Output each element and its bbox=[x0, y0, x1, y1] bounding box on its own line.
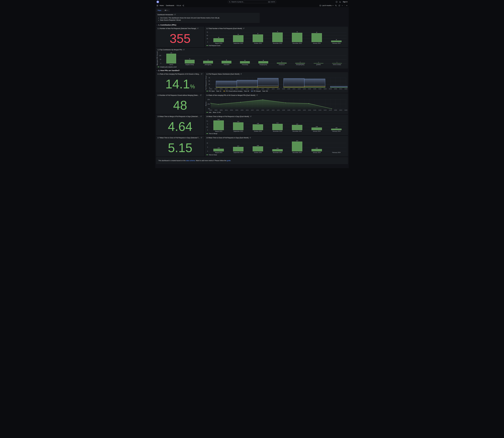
chart-legend[interactable]: Pull Request Count bbox=[205, 44, 348, 47]
breadcrumb-dashboards[interactable]: Dashboards bbox=[166, 5, 174, 6]
bar-chart-close-time[interactable]: 05102.99August 20235.27September 20235.9… bbox=[205, 139, 348, 154]
time-range-picker[interactable]: Last 6 months bbox=[319, 5, 333, 6]
sign-in-link[interactable]: Sign in bbox=[343, 1, 347, 3]
svg-text:75: 75 bbox=[209, 77, 210, 78]
legend-item[interactable]: PR: Closed without mergingTotal: 48 bbox=[223, 90, 249, 92]
svg-text:7.5: 7.5 bbox=[206, 120, 208, 122]
chart-legend[interactable]: Time to Merge bbox=[205, 132, 348, 135]
panel-title: 2.5 Mean Time to Merge of Pull Requests … bbox=[158, 116, 199, 117]
area-chart-nonmerge-ratio[interactable]: 0%10%20%Ratio08/2208/2909/0509/1209/1909… bbox=[205, 97, 348, 111]
share-dashboard-button[interactable] bbox=[182, 5, 184, 6]
guide-link[interactable]: guide bbox=[227, 160, 231, 162]
legend-item[interactable]: Pull Request Count bbox=[206, 45, 220, 46]
svg-text:01/30: 01/30 bbox=[329, 88, 332, 89]
external-link-icon[interactable] bbox=[243, 27, 245, 30]
panel-title: 2.8 Mean Time to Close of Pull Requests … bbox=[206, 137, 248, 139]
chart-legend[interactable]: Time to Close bbox=[205, 154, 348, 156]
external-link-icon[interactable] bbox=[197, 27, 199, 30]
svg-text:September 2023: September 2023 bbox=[234, 131, 243, 132]
legend-item[interactable]: merged_pull_request_count bbox=[158, 66, 177, 68]
svg-text:2.99: 2.99 bbox=[218, 147, 220, 149]
svg-text:liangjingyang: liangjingyang bbox=[259, 64, 267, 65]
help-button[interactable]: ? bbox=[336, 1, 338, 3]
svg-text:44: 44 bbox=[189, 58, 190, 59]
svg-text:01/16: 01/16 bbox=[319, 110, 321, 111]
svg-text:10: 10 bbox=[336, 39, 337, 40]
legend-item[interactable]: PR: MergedTotal: 292 bbox=[251, 90, 268, 92]
legend-item[interactable]: PR: OpenTotal: 15 bbox=[206, 90, 221, 92]
panel-1-3-top-contributors: 1.3 Top Contributors By Merged PRs 05010… bbox=[156, 48, 348, 68]
refresh-button[interactable] bbox=[338, 5, 340, 7]
svg-text:08/22: 08/22 bbox=[209, 88, 212, 89]
variable-filters: Repo All bbox=[156, 9, 348, 12]
chevron-down-icon bbox=[342, 5, 343, 6]
merico-logo-icon[interactable] bbox=[157, 1, 159, 3]
svg-text:January 2024: January 2024 bbox=[313, 152, 321, 153]
svg-text:0: 0 bbox=[161, 63, 161, 64]
bar-chart-top-contributors[interactable]: 050100Merged PR Count123narro244lianghui… bbox=[156, 51, 348, 66]
external-link-icon[interactable] bbox=[240, 73, 242, 75]
svg-text:25: 25 bbox=[209, 84, 210, 85]
share-icon bbox=[182, 5, 184, 6]
chart-legend[interactable]: PR: OpenTotal: 15PR: Closed without merg… bbox=[205, 90, 348, 92]
legend-item[interactable]: Time to Close bbox=[206, 154, 217, 155]
svg-text:02/13: 02/13 bbox=[339, 88, 342, 89]
bar-chart-merge-time[interactable]: 02.557.58.01August 20236.37September 202… bbox=[205, 118, 348, 132]
svg-text:January 2024: January 2024 bbox=[313, 131, 321, 132]
external-link-icon[interactable] bbox=[250, 115, 251, 118]
intro-bullet: Use Cases: This dashboard shows the basi… bbox=[160, 17, 259, 19]
external-link-icon[interactable] bbox=[201, 137, 202, 139]
chevron-up-icon bbox=[346, 5, 347, 6]
repo-variable-dropdown[interactable]: All bbox=[163, 9, 170, 12]
svg-text:50: 50 bbox=[209, 80, 210, 82]
keyboard-icon bbox=[268, 1, 270, 3]
svg-text:10/24: 10/24 bbox=[256, 88, 259, 89]
external-link-icon[interactable] bbox=[200, 94, 202, 96]
news-button[interactable] bbox=[339, 1, 341, 3]
search-icon bbox=[229, 1, 231, 3]
external-link-icon[interactable] bbox=[183, 49, 185, 51]
external-link-icon[interactable] bbox=[200, 115, 202, 118]
svg-text:70: 70 bbox=[297, 31, 298, 33]
collapse-toolbar-button[interactable] bbox=[346, 5, 347, 6]
svg-text:09/12: 09/12 bbox=[225, 88, 228, 89]
svg-text:08/29: 08/29 bbox=[214, 88, 217, 89]
svg-text:12/05: 12/05 bbox=[287, 88, 290, 89]
svg-text:31: 31 bbox=[226, 59, 227, 61]
bar-chart-prs-per-month[interactable]: 025507528August 202351September 202357Oc… bbox=[205, 30, 348, 44]
panel-title: 1.3 Top Contributors By Merged PRs bbox=[158, 49, 182, 51]
chart-legend[interactable]: ratioMean: 12.4% bbox=[205, 111, 348, 114]
external-link-icon[interactable] bbox=[201, 73, 202, 75]
zoom-out-icon bbox=[335, 5, 337, 7]
stat-value: 14.1% bbox=[165, 78, 195, 90]
rabbit-logo-icon bbox=[157, 1, 159, 3]
breadcrumb-home[interactable]: Home bbox=[160, 5, 164, 6]
svg-text:February 2024: February 2024 bbox=[332, 131, 341, 132]
chart-legend[interactable]: merged_pull_request_count bbox=[156, 66, 348, 68]
section-row-how-prs-handled[interactable]: 2. How PRs are handled? bbox=[157, 69, 348, 71]
stat-value: 4.64 bbox=[168, 120, 193, 133]
stacked-bar-chart-pr-status[interactable]: 0255075Pull Request Count08/2208/2909/05… bbox=[205, 76, 348, 90]
svg-text:10/24: 10/24 bbox=[256, 110, 259, 111]
external-link-icon[interactable] bbox=[174, 14, 176, 16]
section-row-contribution[interactable]: 1. Contribution (PRs) bbox=[157, 24, 348, 26]
legend-item[interactable]: Time to Merge bbox=[206, 133, 217, 134]
svg-text:26: 26 bbox=[263, 60, 264, 61]
svg-text:1: 1 bbox=[318, 62, 319, 63]
svg-text:75: 75 bbox=[207, 32, 208, 33]
refresh-interval-dropdown[interactable] bbox=[342, 5, 343, 6]
search-input[interactable]: Search or jump to... cmd+k bbox=[228, 0, 276, 3]
repo-variable-label[interactable]: Repo bbox=[156, 9, 163, 12]
mega-menu-button[interactable] bbox=[157, 5, 158, 6]
svg-text:10/10: 10/10 bbox=[246, 110, 248, 111]
intro-bullet: Data Source Required: GitLab bbox=[160, 19, 259, 21]
external-link-icon[interactable] bbox=[249, 137, 251, 139]
svg-text:Pull Request Count: Pull Request Count bbox=[205, 76, 207, 90]
zoom-out-time-button[interactable] bbox=[335, 5, 337, 7]
external-link-icon[interactable] bbox=[256, 94, 258, 96]
panel-2-6-merge-time-monthly: 2.6 Mean Time to Merge of Pull Requests … bbox=[205, 115, 348, 135]
data-schema-link[interactable]: data schema bbox=[186, 160, 195, 162]
legend-item[interactable]: ratioMean: 12.4% bbox=[206, 112, 221, 113]
svg-text:02/06: 02/06 bbox=[334, 110, 337, 111]
chevron-down-icon bbox=[167, 10, 168, 11]
